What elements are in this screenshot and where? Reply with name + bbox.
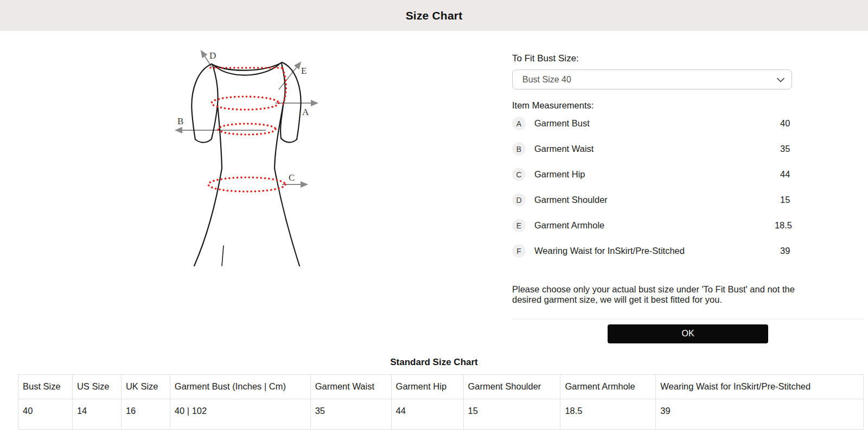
item-measurements-label: Item Measurements: — [512, 100, 864, 111]
measurement-row: A Garment Bust 40 — [512, 111, 792, 136]
table-cell: 18.5 — [560, 399, 656, 430]
table-cell: 40 — [18, 399, 73, 430]
column-header: Wearing Waist for InSkirt/Pre-Stitched — [656, 375, 864, 399]
measurement-row: D Garment Shoulder 15 — [512, 187, 792, 213]
table-cell: 16 — [121, 399, 170, 430]
measure-key-badge: E — [512, 219, 526, 232]
diagram-label-d: D — [209, 50, 216, 61]
table-cell: 39 — [656, 399, 864, 430]
measure-key-badge: B — [512, 142, 526, 156]
measure-key-badge: D — [512, 193, 526, 207]
measurement-list: A Garment Bust 40 B Garment Waist 35 C G… — [512, 111, 864, 264]
diagram-label-a: A — [302, 107, 309, 117]
divider — [512, 319, 864, 320]
table-cell: 44 — [391, 399, 463, 430]
measurement-row: E Garment Armhole 18.5 — [512, 213, 792, 238]
measure-value: 35 — [780, 144, 792, 154]
measure-label: Garment Shoulder — [534, 195, 608, 205]
size-chart-table: Bust Size US Size UK Size Garment Bust (… — [18, 374, 864, 430]
measurement-row: B Garment Waist 35 — [512, 136, 792, 162]
ok-button[interactable]: OK — [608, 324, 768, 343]
column-header: UK Size — [121, 375, 170, 399]
dress-measurement-diagram: D E A B C — [163, 46, 326, 269]
table-row: 40 14 16 40 | 102 35 44 15 18.5 39 — [18, 399, 864, 430]
column-header: Garment Armhole — [560, 375, 656, 399]
to-fit-bust-label: To Fit Bust Size: — [512, 53, 864, 64]
column-header: Garment Shoulder — [463, 375, 560, 399]
measure-value: 39 — [780, 246, 792, 256]
table-header-row: Bust Size US Size UK Size Garment Bust (… — [18, 375, 864, 399]
table-cell: 15 — [463, 399, 560, 430]
modal-header: Size Chart — [0, 0, 868, 31]
measure-arrows — [176, 51, 317, 184]
measure-value: 40 — [780, 118, 792, 129]
table-cell: 14 — [72, 399, 121, 430]
column-header: Garment Bust (Inches | Cm) — [170, 375, 310, 399]
page-title: Size Chart — [406, 9, 463, 22]
measure-value: 44 — [780, 169, 792, 180]
table-cell: 40 | 102 — [170, 399, 310, 430]
column-header: Bust Size — [18, 375, 73, 399]
measure-key-badge: C — [512, 168, 526, 181]
diagram-label-c: C — [289, 173, 295, 183]
measure-value: 18.5 — [775, 220, 792, 231]
measure-label: Garment Hip — [534, 169, 585, 180]
column-header: Garment Hip — [391, 375, 463, 399]
bust-size-select-wrap: Bust Size 40 — [512, 69, 792, 90]
measure-value: 15 — [780, 195, 792, 205]
measure-label: Garment Armhole — [534, 220, 604, 231]
table-cell: 35 — [310, 399, 391, 430]
diagram-label-b: B — [177, 116, 183, 126]
bust-size-select[interactable]: Bust Size 40 — [512, 69, 792, 90]
measure-label: Garment Bust — [534, 118, 590, 129]
standard-size-chart-title: Standard Size Chart — [0, 357, 868, 368]
measurement-row: F Wearing Waist for InSkirt/Pre-Stitched… — [512, 238, 792, 264]
measure-label: Wearing Waist for InSkirt/Pre-Stitched — [534, 246, 685, 256]
column-header: Garment Waist — [310, 375, 391, 399]
size-selection-panel: To Fit Bust Size: Bust Size 40 Item Meas… — [512, 31, 864, 343]
dress-outline — [192, 62, 301, 266]
measure-label: Garment Waist — [534, 144, 593, 154]
measure-key-badge: F — [512, 244, 526, 258]
column-header: US Size — [72, 375, 121, 399]
measurement-row: C Garment Hip 44 — [512, 162, 792, 187]
fit-advice-note: Please choose only your actual bust size… — [512, 284, 824, 305]
measure-key-badge: A — [512, 117, 526, 130]
diagram-label-e: E — [301, 66, 307, 76]
